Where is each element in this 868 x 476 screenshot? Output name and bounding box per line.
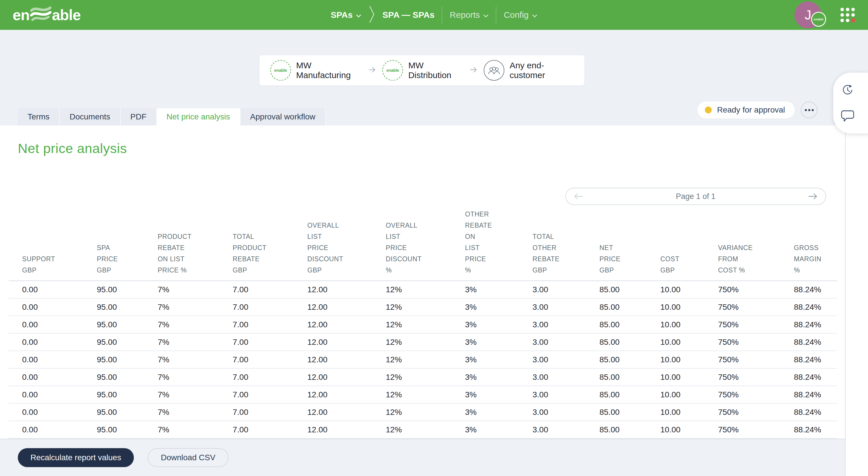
table-row[interactable]: 0.0095.007%7.0012.0012%3%3.0085.0010.007…: [9, 368, 837, 386]
pagination: Page 1 of 1: [565, 188, 826, 205]
table-row[interactable]: 0.0095.007%7.0012.0012%3%3.0085.0010.007…: [9, 403, 837, 421]
table-cell: 3%: [465, 403, 532, 421]
table-cell: 95.00: [97, 386, 158, 403]
table-cell: 3%: [465, 316, 532, 333]
table-cell: 12.00: [307, 386, 386, 403]
table-cell: 10.00: [660, 281, 718, 298]
entity-icon-text: enable: [386, 68, 399, 73]
table-cell: 88.24%: [794, 421, 837, 438]
table-row[interactable]: 0.0095.007%7.0012.0012%3%3.0085.0010.007…: [9, 281, 837, 298]
table-row[interactable]: 0.0095.007%7.0012.0012%3%3.0085.0010.007…: [9, 351, 837, 368]
table-cell: 12%: [386, 298, 465, 316]
table-cell: 12%: [386, 316, 465, 333]
breadcrumb-separator-icon: [369, 5, 375, 25]
nav-reports-menu[interactable]: Reports: [450, 10, 489, 20]
nav-config-menu[interactable]: Config: [504, 10, 537, 20]
table-cell: 12.00: [307, 298, 386, 316]
table-cell: 95.00: [97, 403, 158, 421]
topbar-right-group: J enable: [795, 0, 855, 30]
user-avatar[interactable]: J enable: [795, 1, 823, 28]
table-cell: 7%: [158, 421, 232, 438]
enable-logo-icon: enable: [270, 60, 291, 81]
table-row[interactable]: 0.0095.007%7.0012.0012%3%3.0085.0010.007…: [9, 298, 837, 316]
tab-terms[interactable]: Terms: [18, 108, 60, 125]
enable-logo[interactable]: en able: [13, 0, 81, 30]
table-row[interactable]: 0.0095.007%7.0012.0012%3%3.0085.0010.007…: [9, 333, 837, 351]
table-cell: 7.00: [232, 368, 307, 386]
table-cell: 88.24%: [794, 333, 837, 351]
column-header-net-price-gbp: NET PRICE GBP: [599, 209, 660, 281]
table-cell: 88.24%: [794, 403, 837, 421]
main-panel: Net price analysis Page 1 of 1 SUPPORT G…: [0, 125, 846, 439]
table-cell: 12.00: [307, 403, 386, 421]
tab-pdf[interactable]: PDF: [121, 108, 157, 125]
table-cell: 3.00: [532, 281, 599, 298]
table-cell: 0.00: [9, 368, 97, 386]
table-cell: 3%: [465, 281, 532, 298]
column-header-product-rebate-on-list-price: PRODUCT REBATE ON LIST PRICE %: [158, 209, 232, 281]
table-cell: 7%: [158, 403, 232, 421]
apps-grid-icon[interactable]: [840, 8, 855, 22]
table-cell: 750%: [718, 333, 794, 351]
primary-nav: SPAs SPA — SPAs Reports Config: [331, 0, 537, 30]
breadcrumb-current-label: SPA — SPAs: [382, 10, 435, 20]
next-page-button[interactable]: [808, 193, 818, 200]
table-cell: 7.00: [232, 298, 307, 316]
table-cell: 7%: [158, 281, 232, 298]
tab-approval-workflow[interactable]: Approval workflow: [240, 108, 326, 125]
comments-icon[interactable]: [840, 108, 856, 124]
table-row[interactable]: 0.0095.007%7.0012.0012%3%3.0085.0010.007…: [9, 421, 837, 438]
table-row[interactable]: 0.0095.007%7.0012.0012%3%3.0085.0010.007…: [9, 316, 837, 333]
table-cell: 750%: [718, 298, 794, 316]
entity-distributor[interactable]: enable MW Distribution: [382, 60, 464, 81]
entity-icon-text: enable: [274, 68, 287, 73]
table-cell: 85.00: [599, 281, 660, 298]
nav-spas-menu[interactable]: SPAs: [331, 10, 361, 20]
table-cell: 12.00: [307, 421, 386, 438]
table-cell: 85.00: [599, 333, 660, 351]
table-cell: 750%: [718, 316, 794, 333]
more-options-button[interactable]: [801, 102, 817, 118]
column-header-cost-gbp: COST GBP: [660, 209, 718, 281]
previous-page-button[interactable]: [573, 193, 584, 200]
table-row[interactable]: 0.0095.007%7.0012.0012%3%3.0085.0010.007…: [9, 386, 837, 403]
table-cell: 12%: [386, 368, 465, 386]
download-csv-button[interactable]: Download CSV: [148, 448, 229, 467]
nav-divider: [496, 7, 496, 23]
enable-logo-icon: enable: [382, 60, 403, 81]
avatar-initial: J: [805, 7, 811, 23]
table-cell: 7.00: [232, 386, 307, 403]
notification-dot: [851, 19, 855, 23]
table-cell: 95.00: [97, 281, 158, 298]
table-cell: 12.00: [307, 316, 386, 333]
net-price-table-wrap: SUPPORT GBPSPA PRICE GBPPRODUCT REBATE O…: [9, 209, 837, 439]
table-cell: 88.24%: [794, 281, 837, 298]
table-cell: 3.00: [532, 316, 599, 333]
column-header-spa-price-gbp: SPA PRICE GBP: [97, 209, 158, 281]
table-cell: 3.00: [532, 298, 599, 316]
table-cell: 3.00: [532, 351, 599, 368]
arrow-right-icon: [368, 66, 377, 74]
recalculate-report-button[interactable]: Recalculate report values: [18, 448, 134, 467]
entity-end-customer[interactable]: Any end-customer: [484, 60, 574, 81]
column-header-total-product-rebate-gbp: TOTAL PRODUCT REBATE GBP: [232, 209, 307, 281]
table-cell: 88.24%: [794, 386, 837, 403]
table-cell: 3.00: [532, 368, 599, 386]
table-cell: 750%: [718, 368, 794, 386]
table-cell: 10.00: [660, 298, 718, 316]
table-cell: 7.00: [232, 281, 307, 298]
table-cell: 88.24%: [794, 368, 837, 386]
table-cell: 3.00: [532, 421, 599, 438]
status-badge[interactable]: Ready for approval: [697, 101, 795, 119]
history-icon[interactable]: [840, 82, 856, 98]
table-cell: 0.00: [9, 333, 97, 351]
entity-manufacturer[interactable]: enable MW Manufacturing: [270, 60, 362, 81]
table-cell: 3.00: [532, 403, 599, 421]
tab-net-price-analysis[interactable]: Net price analysis: [157, 108, 240, 125]
tab-documents[interactable]: Documents: [60, 108, 121, 125]
net-price-table: SUPPORT GBPSPA PRICE GBPPRODUCT REBATE O…: [9, 209, 837, 439]
table-cell: 0.00: [9, 281, 97, 298]
table-cell: 95.00: [97, 333, 158, 351]
breadcrumb[interactable]: SPA — SPAs: [382, 10, 435, 20]
logo-text-right: able: [52, 6, 81, 24]
